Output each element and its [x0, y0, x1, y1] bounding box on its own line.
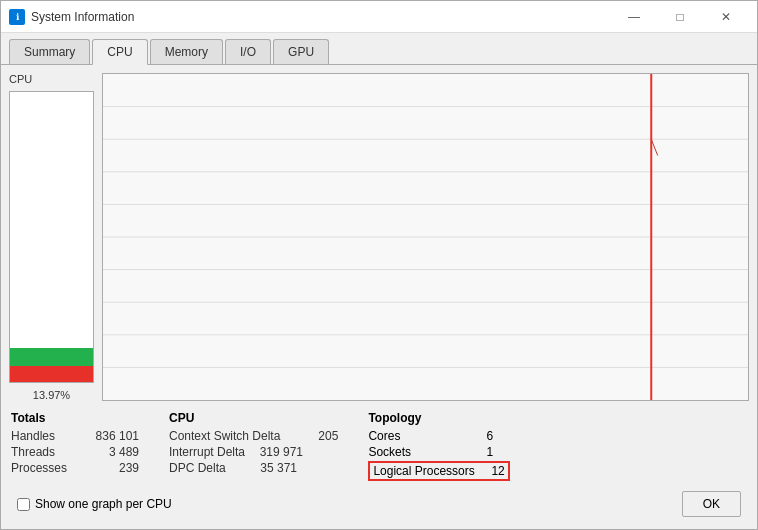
cpu-bar-container	[9, 91, 94, 383]
topology-section: Topology Cores 6 Sockets 1 Logical Proce…	[368, 411, 509, 481]
context-switch-value: 205	[288, 429, 338, 443]
logical-processors-row: Logical Processors 12	[368, 461, 509, 481]
logical-processors-label: Logical Processors	[373, 464, 483, 478]
tab-cpu[interactable]: CPU	[92, 39, 147, 65]
totals-threads-row: Threads 3 489	[11, 445, 139, 459]
dpc-delta-row: DPC Delta 35 371	[169, 461, 338, 475]
cpu-percent: 13.97%	[9, 387, 94, 401]
context-switch-label: Context Switch Delta	[169, 429, 280, 443]
main-area: CPU 13.97%	[9, 73, 749, 401]
logical-processors-value: 12	[491, 464, 504, 478]
interrupt-delta-row: Interrupt Delta 319 971	[169, 445, 338, 459]
main-window: ℹ System Information — □ ✕ Summary CPU M…	[0, 0, 758, 530]
handles-value: 836 101	[89, 429, 139, 443]
dpc-delta-value: 35 371	[247, 461, 297, 475]
sockets-value: 1	[486, 445, 493, 459]
totals-processes-row: Processes 239	[11, 461, 139, 475]
totals-handles-row: Handles 836 101	[11, 429, 139, 443]
totals-section: Totals Handles 836 101 Threads 3 489 Pro…	[11, 411, 139, 481]
title-bar: ℹ System Information — □ ✕	[1, 1, 757, 33]
tab-memory[interactable]: Memory	[150, 39, 223, 64]
threads-label: Threads	[11, 445, 81, 459]
interrupt-delta-label: Interrupt Delta	[169, 445, 245, 459]
close-button[interactable]: ✕	[703, 4, 749, 30]
totals-title: Totals	[11, 411, 139, 425]
window-controls: — □ ✕	[611, 4, 749, 30]
chart-svg	[103, 74, 748, 400]
context-switch-row: Context Switch Delta 205	[169, 429, 338, 443]
tab-summary[interactable]: Summary	[9, 39, 90, 64]
show-graph-checkbox[interactable]	[17, 498, 30, 511]
ok-button[interactable]: OK	[682, 491, 741, 517]
processes-label: Processes	[11, 461, 81, 475]
cpu-gauge-panel: CPU 13.97%	[9, 73, 94, 401]
tabs-bar: Summary CPU Memory I/O GPU	[1, 33, 757, 65]
tab-io[interactable]: I/O	[225, 39, 271, 64]
tab-gpu[interactable]: GPU	[273, 39, 329, 64]
dpc-delta-label: DPC Delta	[169, 461, 239, 475]
bottom-bar: Show one graph per CPU OK	[9, 487, 749, 521]
content-area: CPU 13.97%	[1, 65, 757, 529]
processes-value: 239	[89, 461, 139, 475]
handles-label: Handles	[11, 429, 81, 443]
sockets-label: Sockets	[368, 445, 478, 459]
minimize-button[interactable]: —	[611, 4, 657, 30]
cores-label: Cores	[368, 429, 478, 443]
cpu-bar-green	[10, 348, 93, 366]
show-graph-label: Show one graph per CPU	[35, 497, 172, 511]
interrupt-delta-value: 319 971	[253, 445, 303, 459]
window-title: System Information	[31, 10, 611, 24]
cpu-panel-label: CPU	[9, 73, 94, 85]
cores-row: Cores 6	[368, 429, 509, 443]
cpu-chart	[102, 73, 749, 401]
topology-title: Topology	[368, 411, 509, 425]
cpu-bar-red	[10, 366, 93, 382]
sockets-row: Sockets 1	[368, 445, 509, 459]
maximize-button[interactable]: □	[657, 4, 703, 30]
app-icon: ℹ	[9, 9, 25, 25]
threads-value: 3 489	[89, 445, 139, 459]
show-graph-checkbox-area[interactable]: Show one graph per CPU	[17, 497, 172, 511]
cpu-stats-section: CPU Context Switch Delta 205 Interrupt D…	[169, 411, 338, 481]
cores-value: 6	[486, 429, 493, 443]
cpu-stats-title: CPU	[169, 411, 338, 425]
stats-all: Totals Handles 836 101 Threads 3 489 Pro…	[9, 407, 749, 481]
